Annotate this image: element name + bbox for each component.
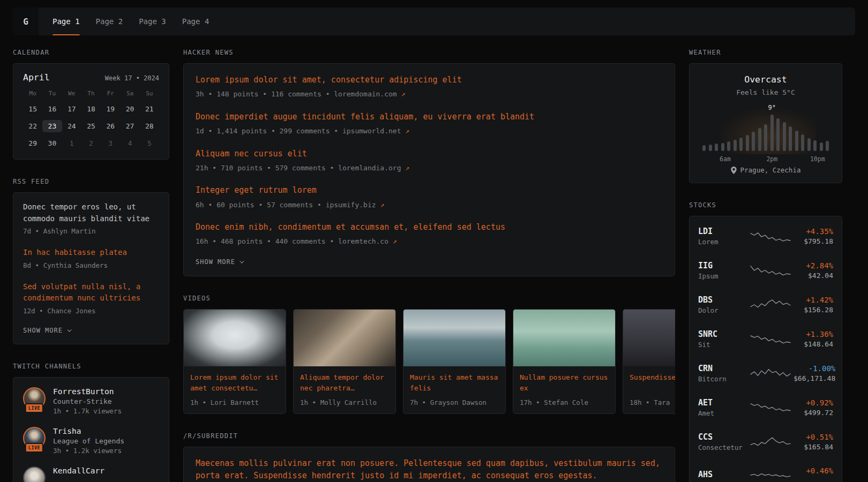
video-card[interactable]: Aliquam tempor dolor nec pharetra… 1h • … [293,309,396,414]
location-pin-icon [731,167,737,174]
rss-section-title: RSS FEED [13,178,169,185]
rss-item-meta: 12d • Chance Jones [23,306,159,317]
calendar-day: 17 [62,103,81,115]
video-thumbnail [294,310,395,366]
weather-location-text: Prague, Czechia [740,166,801,174]
rss-item-title[interactable]: In hac habitasse platea [23,247,159,259]
channel-game: League of Legends [53,437,124,445]
rss-item-meta: 8d • Cynthia Saunders [23,261,159,271]
video-card[interactable]: Suspendisse diam 18h • Tara [623,309,675,414]
stock-price: $165.84 [804,443,833,451]
rss-item: Donec tempor eros leo, ut commodo mauris… [23,201,159,237]
calendar-day: 16 [42,103,62,115]
hn-item: Aliquam nec cursus elit 21h • 710 points… [196,148,663,174]
hackernews-show-more-button[interactable]: SHOW MORE [196,258,663,268]
stock-symbol: CCS [698,432,747,442]
external-link-icon: ↗ [401,90,406,98]
calendar-day: 25 [81,120,101,132]
subreddit-item-title[interactable]: Maecenas mollis pulvinar erat non posuer… [196,457,663,482]
hackernews-section-title: HACKER NEWS [183,49,675,56]
stock-row: DBS Dolor +1.42% $156.28 [698,288,833,322]
hn-item-title[interactable]: Lorem ipsum dolor sit amet, consectetur … [196,74,663,86]
stock-price: $499.72 [804,409,833,417]
calendar-month: April [23,72,50,82]
hn-item-title[interactable]: Integer eget rutrum lorem [196,184,663,197]
video-thumbnail [513,310,615,366]
stock-sparkline [750,297,791,312]
tab-page-1[interactable]: Page 1 [53,7,80,35]
stock-sparkline [750,332,791,347]
video-card[interactable]: Lorem ipsum dolor sit amet consectetu… 1… [183,309,286,414]
rss-show-more-button[interactable]: SHOW MORE [23,327,159,336]
weather-time-label: 10pm [810,155,825,163]
stock-symbol: CRN [698,364,747,373]
videos-widget: VIDEOS Lorem ipsum dolor sit amet consec… [183,295,675,414]
video-thumbnail [623,310,675,366]
stock-name: Dolor [698,306,747,314]
stock-name: Lorem [698,238,747,246]
rss-widget: RSS FEED Donec tempor eros leo, ut commo… [13,178,169,344]
rss-item: In hac habitasse platea 8d • Cynthia Sau… [23,247,159,270]
stock-sparkline [750,263,791,278]
calendar-day: 18 [81,103,101,115]
twitch-channel[interactable]: LIVE ForrestBurton Counter-Strike 1h • 1… [23,387,159,415]
hn-item-meta: 16h • 468 points • 440 comments • loremt… [196,236,663,247]
calendar-day-next-month: 2 [81,137,101,149]
calendar-day: 20 [120,103,139,115]
hackernews-card: Lorem ipsum dolor sit amet, consectetur … [183,63,675,276]
calendar-day: 24 [62,120,81,132]
rss-item-title[interactable]: Sed volutpat nulla nisl, a condimentum n… [23,281,159,304]
avatar-wrap: LIVE [23,427,46,449]
hn-item-meta: 3h • 148 points • 116 comments • loremdo… [196,89,663,100]
left-column: CALENDAR April Week 17 • 2024 Mo Tu We T… [13,49,169,482]
stocks-card: LDI Lorem +4.35% $795.18 IIG Ipsum [689,216,842,482]
calendar-week-year: Week 17 • 2024 [105,74,159,82]
stock-change: +1.42% [804,296,833,304]
stock-price: $156.28 [804,306,833,314]
subreddit-item: Maecenas mollis pulvinar erat non posuer… [196,457,663,482]
weather-peak-temp: 9° [768,104,776,111]
calendar-day: 27 [120,120,139,132]
hn-item-title[interactable]: Donec imperdiet augue tincidunt felis al… [196,111,663,123]
channel-name[interactable]: ForrestBurton [53,387,122,396]
page-tabs: Page 1 Page 2 Page 3 Page 4 [53,7,209,35]
tab-page-2[interactable]: Page 2 [96,7,123,35]
calendar-day: 22 [23,120,42,132]
weather-card: Overcast Feels like 5°C 9° 6am 2pm 10pm … [689,63,842,183]
hn-item: Integer eget rutrum lorem 6h • 60 points… [196,184,663,210]
stock-change: +0.46% [806,466,833,475]
video-meta: 7h • Grayson Dawson [410,398,499,406]
rss-item-title[interactable]: Donec tempor eros leo, ut commodo mauris… [23,201,159,224]
channel-game: Counter-Strike [53,397,122,405]
channel-avatar [23,466,46,482]
videos-row: Lorem ipsum dolor sit amet consectetu… 1… [183,309,675,414]
avatar-wrap [23,466,46,482]
subreddit-section-title: /R/SUBREDDIT [183,432,675,440]
hn-item-title[interactable]: Aliquam nec cursus elit [196,148,663,160]
stock-change: +2.84% [806,261,833,270]
hn-item-title[interactable]: Donec enim nibh, condimentum et accumsan… [196,221,663,234]
video-card[interactable]: Nullam posuere cursus ex 17h • Stefan Co… [513,309,616,414]
video-meta: 1h • Lori Barnett [190,398,279,406]
channel-name[interactable]: KendallCarr [53,466,104,475]
video-meta: 1h • Molly Carrillo [300,398,389,406]
weather-chart: 9° 6am 2pm 10pm [702,115,829,151]
calendar-day-next-month: 4 [120,137,139,149]
channel-name[interactable]: Trisha [53,427,124,435]
hn-item-meta: 6h • 60 points • 57 comments • ipsumify.… [196,200,663,210]
tab-page-4[interactable]: Page 4 [182,7,209,35]
middle-column: HACKER NEWS Lorem ipsum dolor sit amet, … [183,49,675,482]
tab-page-3[interactable]: Page 3 [139,7,166,35]
twitch-channel[interactable]: LIVE Trisha League of Legends 3h • 1.2k … [23,427,159,455]
hn-item: Lorem ipsum dolor sit amet, consectetur … [196,74,663,100]
calendar-grid: Mo Tu We Th Fr Sa Su 15 16 17 18 19 20 2… [23,90,159,149]
calendar-day-next-month: 1 [62,137,81,149]
calendar-day-header: Th [81,90,101,98]
twitch-channel[interactable]: KendallCarr [23,466,159,482]
video-card[interactable]: Mauris sit amet massa felis 7h • Grayson… [403,309,506,414]
stock-name: Amet [698,409,747,417]
stock-sparkline [750,229,791,244]
hn-item-meta: 21h • 710 points • 579 comments • loreml… [196,163,663,174]
stock-price [806,477,833,482]
app-logo[interactable]: G [13,7,39,35]
